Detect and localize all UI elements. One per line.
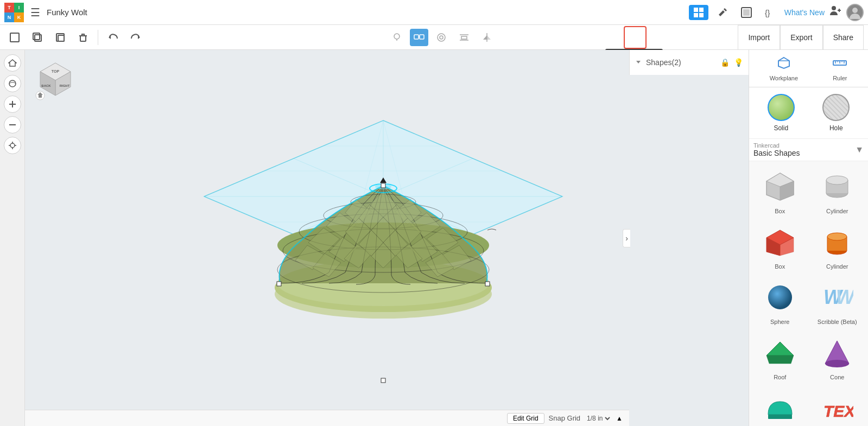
edit-grid-button[interactable]: Edit Grid: [507, 413, 544, 424]
share-button[interactable]: Share: [823, 25, 864, 50]
snap-grid-select[interactable]: 1/8 in: [585, 414, 612, 423]
export-button[interactable]: Export: [780, 25, 822, 50]
orbit-button[interactable]: [4, 75, 21, 92]
svg-rect-5: [743, 9, 750, 16]
svg-point-29: [440, 36, 443, 39]
svg-text:TOP: TOP: [52, 69, 60, 73]
solid-circle: [768, 94, 795, 121]
svg-rect-117: [768, 415, 792, 419]
mirror-button[interactable]: [477, 29, 497, 46]
svg-marker-86: [778, 58, 789, 68]
lock-icon[interactable]: 🔒: [720, 58, 730, 67]
svg-rect-14: [33, 33, 40, 40]
add-user-button[interactable]: [829, 4, 842, 21]
grid-view-button[interactable]: [689, 5, 708, 20]
ruler-icon: [832, 55, 847, 74]
import-button[interactable]: Import: [738, 25, 780, 50]
svg-rect-12: [10, 33, 19, 42]
svg-rect-27: [420, 35, 424, 39]
box-red-label: Box: [775, 263, 785, 270]
ungroup-button[interactable]: [432, 29, 451, 46]
cylinder-grey-icon: [818, 168, 856, 206]
gallery-button[interactable]: [737, 5, 756, 20]
code-button[interactable]: {}: [761, 5, 780, 20]
svg-rect-74: [381, 183, 385, 188]
shape-cone-purple[interactable]: Cone: [809, 329, 866, 385]
svg-rect-26: [414, 35, 419, 39]
svg-point-116: [825, 360, 849, 367]
roof-green-label: Roof: [774, 374, 786, 380]
viewport[interactable]: TOP RIGHT BACK Shapes(2) 🔒 💡 Edit: [25, 50, 749, 426]
shape-box-red[interactable]: Box: [751, 219, 809, 274]
svg-point-37: [9, 80, 16, 87]
user-avatar[interactable]: [846, 4, 864, 21]
hamburger-button[interactable]: ☰: [28, 4, 42, 21]
svg-rect-72: [485, 282, 490, 286]
hole-label: Hole: [829, 124, 843, 132]
svg-point-7: [832, 6, 836, 10]
light-button[interactable]: [387, 29, 407, 46]
shape-roof-green[interactable]: Roof: [751, 329, 809, 385]
workplane-label: Workplane: [770, 75, 798, 81]
zoom-in-button[interactable]: [4, 96, 21, 113]
main-area: TOP RIGHT BACK Shapes(2) 🔒 💡 Edit: [0, 50, 868, 426]
left-panel: [0, 50, 25, 426]
zoom-out-button[interactable]: [4, 116, 21, 133]
shapes-dropdown-icon: [635, 59, 642, 66]
tools-button[interactable]: [713, 5, 732, 20]
round-roof-icon: [761, 389, 799, 426]
ruler-button[interactable]: Ruler: [828, 53, 852, 84]
top-nav: T I N K ☰ Funky Wolt {} What's New: [0, 0, 868, 25]
home-view-button[interactable]: [4, 54, 21, 72]
undo-button[interactable]: [103, 29, 123, 46]
collapse-arrow[interactable]: ›: [623, 229, 630, 247]
shape-sphere-blue[interactable]: Sphere: [751, 274, 809, 329]
tinkercad-logo: T I N K: [4, 3, 24, 22]
solid-option[interactable]: Solid: [768, 94, 795, 132]
bulb-icon[interactable]: 💡: [734, 58, 743, 67]
cube-navigator[interactable]: TOP RIGHT BACK: [34, 59, 77, 102]
group-button[interactable]: [410, 29, 428, 46]
shape-text[interactable]: TEXT Text: [809, 385, 866, 426]
shape-cylinder-grey[interactable]: Cylinder: [809, 163, 866, 219]
duplicate-button[interactable]: [50, 29, 71, 46]
svg-rect-71: [277, 282, 281, 286]
snap-up-button[interactable]: ▲: [616, 415, 623, 422]
fit-view-button[interactable]: [4, 137, 21, 154]
shape-scribble[interactable]: WW Scribble (Beta): [809, 274, 866, 329]
sphere-blue-label: Sphere: [770, 319, 789, 325]
svg-point-24: [394, 34, 400, 39]
logo-n: N: [4, 12, 14, 22]
cone-purple-icon: [818, 334, 856, 372]
workplane-button[interactable]: Workplane: [765, 53, 802, 84]
whats-new-button[interactable]: What's New: [784, 8, 825, 17]
svg-marker-34: [483, 35, 487, 40]
redo-button[interactable]: [125, 29, 146, 46]
logo-k: K: [14, 12, 24, 22]
category-dropdown-arrow[interactable]: ▼: [855, 145, 864, 155]
solid-hole-selector: Solid Hole: [749, 87, 868, 139]
delete-button[interactable]: [73, 29, 93, 46]
new-button[interactable]: [4, 29, 25, 46]
svg-point-28: [438, 34, 445, 41]
cylinder-orange-icon: [818, 223, 856, 261]
svg-text:RIGHT: RIGHT: [60, 84, 70, 87]
svg-point-109: [827, 233, 847, 240]
align-button[interactable]: [454, 29, 474, 46]
shape-round-roof[interactable]: Round Roof: [751, 385, 809, 426]
shapes-header: Shapes(2) 🔒 💡: [629, 50, 749, 75]
category-selector[interactable]: Tinkercad Basic Shapes ▼: [749, 139, 868, 161]
shapes-count-label: Shapes(2): [646, 58, 681, 67]
shape-box-grey[interactable]: Box: [751, 163, 809, 219]
svg-rect-16: [58, 35, 64, 41]
shape-cylinder-orange[interactable]: Cylinder: [809, 219, 866, 274]
category-name: Basic Shapes: [753, 149, 800, 157]
toolbar-right: [387, 29, 497, 46]
copy-button[interactable]: [27, 29, 48, 46]
svg-rect-3: [699, 13, 704, 17]
hole-option[interactable]: Hole: [822, 94, 850, 132]
svg-text:W: W: [836, 286, 853, 308]
roof-green-icon: [761, 334, 799, 372]
scribble-icon: WW: [818, 278, 856, 316]
svg-rect-73: [381, 378, 385, 383]
